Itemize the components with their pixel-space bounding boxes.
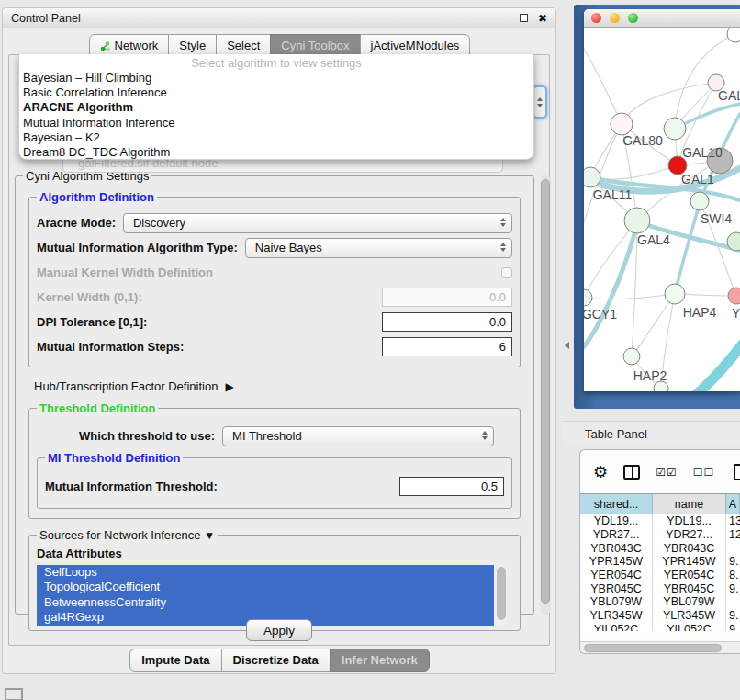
network-edge [584,294,675,299]
table-row[interactable]: YBR043CYBR043C [580,541,740,555]
table-cell: YER054C [580,569,653,582]
settings-scrollbar[interactable] [540,175,551,615]
split-columns-icon[interactable] [623,465,640,480]
manual-kernel-checkbox[interactable] [501,267,512,278]
table-cell: 12 [726,528,740,542]
node-label-hap4: HAP4 [683,305,717,320]
network-edge [689,338,740,391]
attribute-item-selfloops[interactable]: SelfLoops [37,565,494,580]
network-node-gal4[interactable] [624,208,650,233]
minimize-window-icon[interactable] [610,13,620,23]
app-root: Control Panel ✖ NetworkStyleSelectCyni T… [0,0,740,700]
network-edge [590,165,678,179]
float-panel-icon[interactable] [520,14,528,22]
minimized-panel-icon[interactable] [5,688,23,700]
algorithm-definition-group: Algorithm Definition Aracne Mode: Discov… [28,197,521,367]
mi-threshold-field[interactable]: 0.5 [399,477,504,496]
mi-type-combo[interactable]: Naive Bayes [245,238,512,258]
algorithm-option-bayesian-k2[interactable]: Bayesian – K2 [19,130,533,145]
tab-discretize-data[interactable]: Discretize Data [221,649,331,672]
algorithm-option-bayesian-hill-climbing[interactable]: Bayesian – Hill Climbing [19,71,533,85]
which-threshold-label: Which threshold to use: [79,429,215,443]
table-cell [726,541,740,555]
column-header-1[interactable]: name [653,494,726,514]
mi-steps-value: 6 [499,340,506,354]
mi-type-value: Naive Bayes [255,241,322,254]
obscured-combo-stepper[interactable] [533,85,547,119]
table-cell: YDL19... [580,514,653,528]
control-panel-titlebar[interactable]: Control Panel ✖ [3,8,555,28]
table-cell: 9. [726,623,740,632]
mi-threshold-group-title: MI Threshold Definition [45,451,183,465]
tab-infer-network[interactable]: Infer Network [330,649,430,672]
network-node-gal11[interactable] [584,167,600,187]
column-header-2[interactable]: A [726,494,740,514]
data-attributes-list: SelfLoopsTopologicalCoefficientBetweenne… [37,565,494,627]
combo-stepper-icon [482,431,488,440]
select-all-icon[interactable]: ☑☑ [656,466,678,479]
tab-impute-data[interactable]: Impute Data [129,649,221,672]
algorithm-option-dream8-dc-tdc-algorithm[interactable]: Dream8 DC_TDC Algorithm [19,145,533,160]
close-panel-icon[interactable]: ✖ [538,13,547,24]
panel-title: Control Panel [11,12,81,25]
attributes-scrollbar-thumb[interactable] [497,567,506,620]
attribute-item-betweennesscentrality[interactable]: BetweennessCentrality [37,595,494,610]
column-header-0[interactable]: shared... [580,494,653,514]
network-node-gal10[interactable] [664,118,686,140]
apply-button[interactable]: Apply [246,619,312,641]
network-node-hap2[interactable] [623,348,640,365]
node-label-y: Y [732,306,740,321]
spinner-down-icon [537,104,543,107]
table-cell: YDR27... [580,528,653,542]
table-row[interactable]: YER054CYER054C8. [580,569,740,582]
network-canvas[interactable]: GALGAL80GAL10GAL1GAL11SWI4GAL4GCY1HAP4YH… [584,28,740,391]
table-row[interactable]: YBL079WYBL079W [580,595,740,609]
table-cell: YER054C [653,569,726,582]
table-cell: YBR043C [580,541,653,555]
tab-label: Discretize Data [233,653,319,667]
network-node-gcy1[interactable] [584,289,592,306]
aracne-mode-value: Discovery [133,216,185,230]
table-settings-gear-icon[interactable]: ⚙ [593,464,608,480]
network-node-y[interactable] [728,288,740,304]
deselect-all-icon[interactable]: ☐☐ [693,466,715,479]
table-row[interactable]: YIL052CYIL052C9. [580,623,740,632]
table-row[interactable]: YDL19...YDL19...13 [580,514,740,528]
table-row[interactable]: YPR145WYPR145W9. [580,555,740,569]
table-panel-titlebar[interactable]: Table Panel [562,421,740,446]
zoom-window-icon[interactable] [628,13,638,23]
splitpane-collapse-icon[interactable] [565,342,569,349]
tab-label: jActiveMNodules [371,39,460,52]
table-hscrollbar-thumb[interactable] [584,644,722,652]
table-row[interactable]: YLR345WYLR345W9. [580,609,740,623]
export-table-icon[interactable] [734,464,740,480]
close-window-icon[interactable] [591,13,601,23]
dpi-tolerance-field[interactable]: 0.0 [382,312,512,332]
network-node[interactable] [727,28,740,42]
network-window[interactable]: GALGAL80GAL10GAL1GAL11SWI4GAL4GCY1HAP4YH… [584,9,740,391]
network-node-swi4[interactable] [690,192,709,210]
aracne-mode-combo[interactable]: Discovery [123,213,512,233]
table-hscrollbar[interactable] [580,641,740,653]
settings-scrollbar-thumb[interactable] [541,179,550,604]
network-window-titlebar[interactable] [584,9,740,28]
node-label-gal11: GAL11 [593,187,633,202]
table-cell: YPR145W [580,555,653,569]
table-row[interactable]: YBR045CYBR045C9. [580,581,740,595]
mi-steps-field[interactable]: 6 [382,337,512,356]
algorithm-option-mutual-information-inference[interactable]: Mutual Information Inference [19,116,533,130]
node-label-swi4: SWI4 [701,211,732,226]
kernel-width-field[interactable]: 0.0 [382,288,512,307]
threshold-type-combo[interactable]: MI Threshold [222,426,494,446]
network-node-gal80[interactable] [611,113,633,135]
algorithm-option-basic-correlation-inference[interactable]: Basic Correlation Inference [19,85,533,100]
attributes-scrollbar[interactable] [496,565,507,626]
algorithm-option-aracne-algorithm[interactable]: ARACNE Algorithm [19,100,533,115]
tab-label: Infer Network [342,653,418,667]
hub-definition-toggle[interactable]: Hub/Transcription Factor Definition ▶ [34,379,526,393]
sources-group-title[interactable]: Sources for Network Inference ▼ [37,528,218,542]
attribute-item-topologicalcoefficient[interactable]: TopologicalCoefficient [37,580,494,594]
network-node-hap4[interactable] [665,284,685,304]
control-panel: Control Panel ✖ NetworkStyleSelectCyni T… [2,7,556,674]
table-row[interactable]: YDR27...YDR27...12 [580,528,740,542]
